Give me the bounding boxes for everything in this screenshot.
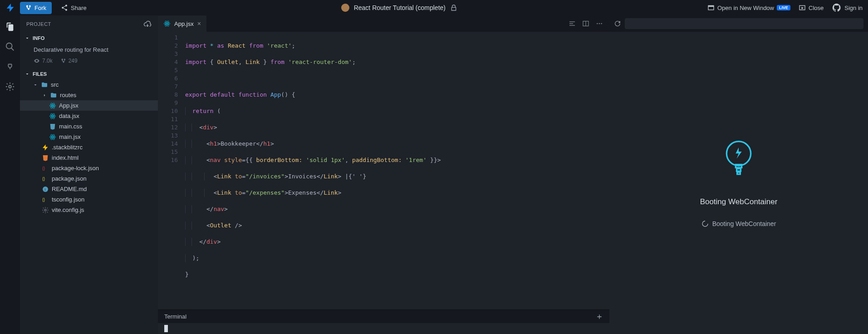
file-data-jsx[interactable]: data.jsx — [20, 111, 158, 121]
chevron-down-icon — [25, 71, 30, 77]
add-terminal-icon[interactable] — [596, 313, 603, 320]
react-icon — [49, 102, 56, 109]
share-label: Share — [71, 5, 87, 11]
svg-point-22 — [44, 209, 46, 211]
chevron-right-icon — [42, 93, 47, 98]
chevron-down-icon — [33, 82, 38, 88]
svg-point-23 — [167, 23, 168, 25]
terminal-body[interactable] — [158, 323, 609, 334]
split-editor-icon[interactable] — [582, 20, 589, 27]
file-package-json[interactable]: {} package.json — [20, 173, 158, 184]
files-section-toggle[interactable]: FILES — [20, 69, 158, 79]
json-lock-icon: {} — [42, 165, 49, 172]
file-index-html[interactable]: index.html — [20, 152, 158, 163]
react-icon — [49, 113, 56, 120]
live-badge: LIVE — [777, 5, 790, 10]
file-readme[interactable]: i README.md — [20, 184, 158, 194]
terminal-label: Terminal — [164, 313, 186, 320]
fork-icon — [25, 5, 32, 11]
html-icon — [42, 154, 49, 162]
file-tree: src routes App.jsx data.jsx main.css — [20, 79, 158, 215]
folder-src[interactable]: src — [20, 79, 158, 90]
more-icon[interactable] — [596, 20, 603, 27]
file-main-css[interactable]: main.css — [20, 121, 158, 132]
folder-icon — [50, 92, 57, 99]
booting-title: Booting WebContainer — [700, 197, 778, 206]
file-main-jsx[interactable]: main.jsx — [20, 132, 158, 142]
share-button[interactable]: Share — [56, 1, 91, 14]
search-icon[interactable] — [5, 42, 15, 52]
code-content: import * as React from 'react'; import {… — [185, 32, 441, 309]
explorer-icon[interactable] — [5, 22, 15, 32]
svg-point-3 — [6, 43, 12, 49]
code-editor[interactable]: 12345678910111213141516 import * as Reac… — [158, 32, 609, 309]
tab-app-jsx[interactable]: App.jsx × — [158, 15, 207, 32]
logo-bolt-icon — [5, 3, 15, 13]
svg-rect-1 — [708, 5, 714, 7]
author-avatar[interactable] — [341, 4, 349, 12]
format-icon[interactable] — [569, 20, 576, 27]
json-icon: {} — [42, 175, 49, 182]
file-vite-config[interactable]: vite.config.js — [20, 205, 158, 215]
eye-icon — [34, 58, 40, 64]
info-icon: i — [42, 186, 49, 193]
project-heading: PROJECT — [26, 21, 51, 27]
svg-point-9 — [52, 115, 54, 117]
chevron-down-icon — [25, 35, 30, 41]
tab-close-icon[interactable]: × — [197, 20, 201, 27]
views-stat: 7.0k — [34, 58, 53, 64]
share-icon — [61, 4, 68, 11]
activity-bar — [0, 15, 20, 334]
css-icon — [49, 123, 56, 130]
terminal-cursor — [164, 325, 168, 332]
sidebar: PROJECT INFO Declarative routing for Rea… — [20, 15, 158, 334]
svg-text:{}: {} — [42, 177, 45, 181]
close-window-icon — [799, 4, 806, 11]
ports-icon[interactable] — [5, 62, 15, 72]
lock-icon — [450, 4, 457, 11]
cloud-download-icon[interactable] — [143, 20, 152, 28]
signin-button[interactable]: Sign in — [832, 3, 863, 13]
fork-count-icon — [61, 58, 66, 64]
svg-text:{}: {} — [42, 166, 45, 171]
svg-point-5 — [52, 105, 54, 106]
bolt-icon — [42, 144, 49, 151]
svg-point-30 — [599, 23, 600, 25]
gear-icon — [42, 206, 49, 214]
svg-point-13 — [52, 136, 54, 138]
booting-status: Booting WebContainer — [701, 220, 776, 227]
github-icon — [832, 3, 842, 13]
editor-area: App.jsx × 12345678910111213141516 import… — [158, 15, 609, 334]
open-new-window-button[interactable]: Open in New Window LIVE — [707, 4, 790, 11]
info-section-toggle[interactable]: INFO — [20, 33, 158, 44]
terminal-bar[interactable]: Terminal — [158, 309, 609, 323]
file-tsconfig[interactable]: {} tsconfig.json — [20, 194, 158, 205]
window-icon — [707, 4, 715, 11]
react-icon — [49, 133, 56, 141]
fork-button[interactable]: Fork — [20, 2, 52, 14]
json-icon: {} — [42, 196, 49, 203]
svg-text:i: i — [45, 187, 46, 192]
tabs-bar: App.jsx × — [158, 15, 609, 32]
folder-icon — [41, 81, 48, 88]
react-icon — [163, 20, 171, 27]
url-bar[interactable] — [625, 18, 863, 29]
svg-point-4 — [9, 85, 11, 88]
fork-label: Fork — [34, 5, 46, 11]
project-title[interactable]: React Router Tutorial (complete) — [354, 4, 446, 11]
file-stackblitzrc[interactable]: .stackblitzrc — [20, 142, 158, 152]
folder-routes[interactable]: routes — [20, 90, 158, 100]
forks-stat: 249 — [61, 58, 78, 64]
reload-icon[interactable] — [614, 20, 621, 27]
spinner-icon — [701, 220, 709, 227]
close-button[interactable]: Close — [799, 4, 824, 11]
svg-text:{}: {} — [42, 197, 45, 202]
settings-icon[interactable] — [5, 82, 15, 92]
file-app-jsx[interactable]: App.jsx — [20, 100, 158, 111]
svg-point-31 — [601, 23, 602, 25]
lightbulb-icon — [723, 138, 755, 184]
project-description: Declarative routing for React — [34, 46, 152, 53]
preview-panel: Booting WebContainer Booting WebContaine… — [609, 15, 868, 334]
file-package-lock[interactable]: {} package-lock.json — [20, 163, 158, 173]
line-gutter: 12345678910111213141516 — [158, 32, 185, 309]
